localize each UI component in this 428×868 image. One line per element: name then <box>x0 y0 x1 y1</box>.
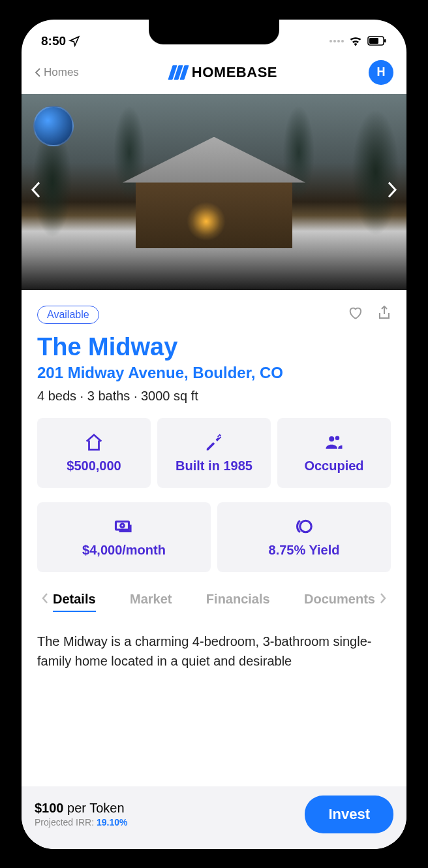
footer-bar: $100 per Token Projected IRR: 19.10% Inv… <box>22 786 406 849</box>
chevron-right-icon <box>379 592 387 605</box>
tabs: Details Market Financials Documents <box>37 588 391 612</box>
projected-irr: Projected IRR: 19.10% <box>35 817 127 828</box>
yield-icon <box>294 517 314 536</box>
money-icon <box>114 517 134 536</box>
invest-button[interactable]: Invest <box>305 796 393 833</box>
stat-price-label: $500,000 <box>67 458 121 474</box>
brand-name: HOMEBASE <box>192 64 277 81</box>
svg-point-4 <box>335 436 340 440</box>
location-icon <box>69 35 80 47</box>
tabs-prev[interactable] <box>37 592 53 607</box>
stat-yield: 8.75% Yield <box>217 502 391 572</box>
listing-actions <box>348 306 391 320</box>
logo-mark-icon <box>170 65 187 80</box>
battery-icon <box>367 36 387 46</box>
status-icons <box>329 36 387 46</box>
price-amount: $100 <box>35 801 64 815</box>
stat-grid-row1: $500,000 Built in 1985 Occupied <box>37 418 391 488</box>
svg-point-3 <box>329 436 334 442</box>
phone-frame: 8:50 Homes HOMEBASE H <box>22 20 406 849</box>
stat-occupancy-label: Occupied <box>304 458 363 474</box>
svg-point-6 <box>121 524 125 528</box>
stat-rent-label: $4,000/month <box>82 543 166 558</box>
svg-rect-5 <box>116 521 129 530</box>
avatar[interactable]: H <box>369 60 393 85</box>
tab-market[interactable]: Market <box>130 588 172 612</box>
tools-icon <box>204 432 224 452</box>
gallery-thumbnail[interactable] <box>33 106 74 146</box>
tab-list: Details Market Financials Documents <box>53 588 375 612</box>
svg-point-7 <box>300 521 312 532</box>
stat-built: Built in 1985 <box>157 418 271 488</box>
chevron-right-icon <box>387 180 397 199</box>
listing-description: The Midway is a charming 4-bedroom, 3-ba… <box>37 632 391 671</box>
stat-yield-label: 8.75% Yield <box>269 543 340 558</box>
listing-content: Available The Midway 201 Midway Avenue, … <box>22 290 406 671</box>
price-unit: per Token <box>67 801 124 815</box>
status-time: 8:50 <box>41 34 80 48</box>
wifi-icon <box>349 36 362 46</box>
hero-image[interactable] <box>22 94 406 290</box>
time-text: 8:50 <box>41 34 66 48</box>
chevron-left-icon <box>31 180 41 199</box>
gallery-prev[interactable] <box>22 180 50 203</box>
hero-glow <box>187 202 226 241</box>
status-badge: Available <box>37 306 99 324</box>
stat-rent: $4,000/month <box>37 502 211 572</box>
share-icon[interactable] <box>378 306 391 320</box>
tab-financials[interactable]: Financials <box>206 588 270 612</box>
stat-occupancy: Occupied <box>277 418 391 488</box>
gallery-next[interactable] <box>378 180 406 203</box>
heart-icon[interactable] <box>348 306 362 320</box>
svg-rect-2 <box>384 39 386 42</box>
token-price: $100 per Token <box>35 801 127 816</box>
content-top-row: Available <box>37 306 391 324</box>
notch <box>149 20 279 44</box>
back-label: Homes <box>44 66 79 79</box>
people-icon <box>324 432 344 452</box>
stat-built-label: Built in 1985 <box>176 458 252 474</box>
tab-details[interactable]: Details <box>53 588 96 612</box>
brand-logo[interactable]: HOMEBASE <box>170 64 277 81</box>
listing-title: The Midway <box>37 333 391 361</box>
stat-grid-row2: $4,000/month 8.75% Yield <box>37 502 391 572</box>
chevron-left-icon <box>41 592 49 605</box>
listing-address: 201 Midway Avenue, Boulder, CO <box>37 364 391 382</box>
tabs-next[interactable] <box>375 592 391 607</box>
irr-value: 19.10% <box>97 817 127 828</box>
back-button[interactable]: Homes <box>35 66 79 79</box>
signal-dots-icon <box>329 40 344 42</box>
stat-price: $500,000 <box>37 418 151 488</box>
tab-documents[interactable]: Documents <box>304 588 375 612</box>
irr-label: Projected IRR: <box>35 817 97 828</box>
home-icon <box>84 432 104 452</box>
price-block: $100 per Token Projected IRR: 19.10% <box>35 801 127 828</box>
top-nav: Homes HOMEBASE H <box>22 52 406 94</box>
chevron-left-icon <box>35 67 41 78</box>
svg-rect-1 <box>369 38 378 44</box>
listing-specs: 4 beds · 3 baths · 3000 sq ft <box>37 389 391 404</box>
